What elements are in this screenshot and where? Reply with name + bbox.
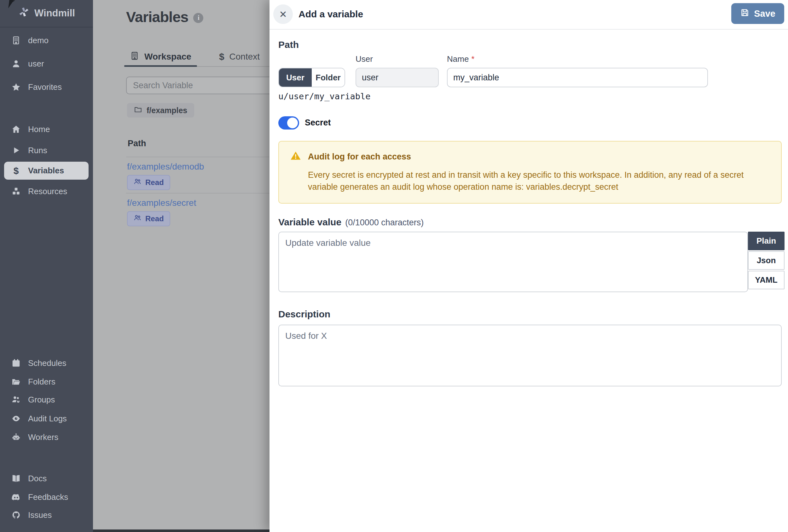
sidebar-item-issues[interactable]: Issues [0, 508, 93, 522]
secret-toggle-label: Secret [305, 118, 331, 127]
variable-name-input[interactable] [447, 68, 708, 87]
cubes-icon [11, 186, 21, 196]
sidebar-item-variables[interactable]: $ Variables [4, 162, 88, 180]
value-heading-text: Variable value [278, 217, 341, 227]
column-header-path: Path [127, 139, 146, 149]
format-yaml-button[interactable]: YAML [748, 271, 785, 289]
sidebar-item-label: Issues [28, 510, 52, 520]
sidebar-item-label: Resources [28, 186, 67, 196]
page-title: Variables i [126, 8, 203, 25]
folder-chip-label: f/examples [146, 106, 187, 115]
drawer-title: Add a variable [298, 9, 363, 20]
permission-label: Read [145, 178, 164, 187]
sidebar-item-groups[interactable]: Groups [0, 392, 93, 407]
sidebar-item-user[interactable]: user [0, 56, 93, 71]
save-button[interactable]: Save [731, 3, 784, 24]
format-plain-button[interactable]: Plain [748, 232, 785, 250]
name-field-label: Name* [447, 54, 474, 64]
description-textarea[interactable] [278, 324, 782, 387]
dollar-icon: $ [11, 166, 21, 176]
eye-icon [11, 414, 21, 423]
sidebar-item-label: Feedbacks [28, 492, 68, 502]
tab-context[interactable]: $ Context [215, 47, 263, 66]
sidebar-item-label: Variables [28, 166, 64, 176]
github-icon [11, 510, 21, 520]
warning-header: Audit log for each access [290, 150, 770, 163]
sidebar-item-schedules[interactable]: Schedules [0, 356, 93, 370]
windmill-app: Windmill demo user Favorites Home Runs $… [0, 0, 788, 532]
sidebar-item-label: Docs [28, 474, 47, 484]
sidebar: Windmill demo user Favorites Home Runs $… [0, 0, 93, 532]
path-preview: u/user/my_variable [278, 92, 371, 101]
format-json-button[interactable]: Json [748, 251, 785, 270]
sidebar-divider [0, 27, 93, 27]
section-heading-path: Path [278, 39, 299, 50]
warning-title: Audit log for each access [308, 152, 411, 162]
required-asterisk: * [471, 54, 474, 64]
permission-label: Read [145, 214, 164, 223]
dollar-icon: $ [219, 52, 224, 61]
sidebar-item-label: Home [28, 124, 50, 134]
save-label: Save [754, 8, 775, 19]
robot-icon [11, 432, 21, 442]
sidebar-item-label: Audit Logs [28, 414, 67, 423]
sidebar-item-feedbacks[interactable]: Feedbacks [0, 490, 93, 504]
section-heading-value: Variable value(0/10000 characters) [278, 217, 423, 228]
char-counter: (0/10000 characters) [345, 218, 423, 227]
building-icon [130, 51, 139, 63]
sidebar-item-label: Groups [28, 395, 55, 405]
warning-triangle-icon [290, 150, 301, 163]
star-icon [11, 82, 21, 92]
format-selector: Plain Json YAML [748, 232, 785, 289]
tab-label: Workspace [144, 52, 191, 62]
sidebar-item-favorites[interactable]: Favorites [0, 80, 93, 94]
variable-link[interactable]: f/examples/demodb [127, 162, 204, 172]
sidebar-item-home[interactable]: Home [0, 122, 93, 136]
section-heading-description: Description [278, 309, 330, 320]
discord-icon [11, 492, 21, 502]
user-icon [11, 59, 21, 69]
windmill-logo[interactable]: Windmill [0, 4, 93, 22]
add-variable-drawer: ✕ Add a variable Save Path User Name* Us… [270, 0, 788, 532]
permission-badge: Read [127, 211, 170, 226]
sidebar-item-resources[interactable]: Resources [0, 184, 93, 199]
users-icon [133, 177, 141, 188]
tab-label: Context [230, 52, 260, 62]
sidebar-item-label: Schedules [28, 358, 66, 368]
sidebar-item-folders[interactable]: Folders [0, 374, 93, 389]
folder-icon [134, 105, 142, 115]
sidebar-item-docs[interactable]: Docs [0, 471, 93, 486]
owner-kind-toggle: User Folder [278, 68, 345, 87]
close-icon[interactable]: ✕ [273, 4, 293, 24]
sidebar-item-label: Workers [28, 432, 58, 442]
owner-kind-folder-button[interactable]: Folder [312, 68, 344, 87]
variable-value-textarea[interactable] [278, 232, 748, 292]
variable-link[interactable]: f/examples/secret [127, 198, 196, 208]
folder-filter-chip[interactable]: f/examples [127, 103, 194, 118]
home-icon [11, 124, 21, 134]
sidebar-item-label: demo [28, 36, 48, 45]
calendar-icon [11, 358, 21, 368]
owner-kind-user-button[interactable]: User [279, 68, 312, 87]
play-icon [11, 145, 21, 155]
page-title-text: Variables [126, 8, 188, 25]
users-icon [133, 214, 141, 224]
users-gear-icon [11, 395, 21, 405]
info-icon[interactable]: i [193, 13, 203, 23]
save-icon [740, 8, 750, 20]
permission-badge: Read [127, 175, 170, 190]
sidebar-item-audit-logs[interactable]: Audit Logs [0, 411, 93, 426]
sidebar-item-label: Runs [28, 145, 47, 155]
tab-workspace[interactable]: Workspace [126, 47, 195, 66]
sidebar-item-workspace[interactable]: demo [0, 33, 93, 47]
building-icon [11, 35, 21, 45]
sidebar-item-label: Favorites [28, 82, 62, 92]
secret-toggle[interactable] [278, 116, 299, 130]
name-label-text: Name [447, 54, 469, 64]
drawer-header: ✕ Add a variable Save [270, 0, 788, 29]
sidebar-item-runs[interactable]: Runs [0, 143, 93, 158]
sidebar-item-label: Folders [28, 377, 56, 387]
owner-input[interactable] [356, 68, 439, 87]
folder-open-icon [11, 377, 21, 387]
sidebar-item-workers[interactable]: Workers [0, 430, 93, 445]
